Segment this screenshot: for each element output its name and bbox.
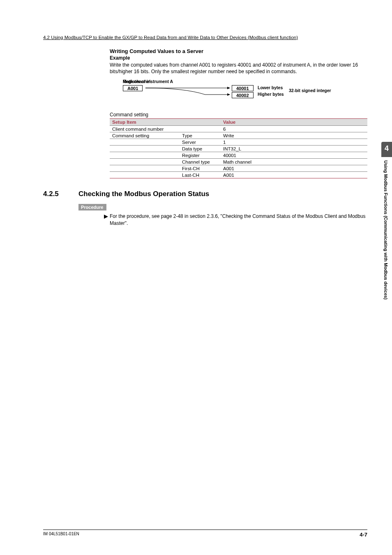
th-value: Value <box>221 119 367 126</box>
page-footer: IM 04L51B01-01EN 4-7 <box>43 530 367 538</box>
table-row: Register40001 <box>110 152 367 159</box>
section-number: 4.2.5 <box>43 190 78 198</box>
register-box-1: 40001 <box>232 85 254 91</box>
section-heading: 4.2.5 Checking the Modbus Operation Stat… <box>43 190 367 198</box>
table-caption: Command setting <box>110 112 367 118</box>
footer-page-number: 4-7 <box>360 532 367 538</box>
procedure-text: For the procedure, see page 2-48 in sect… <box>110 213 367 226</box>
table-row: Data typeINT32_L <box>110 146 367 152</box>
section-title: Checking the Modbus Operation Status <box>78 190 209 198</box>
register-box-2: 40002 <box>232 92 254 98</box>
triangle-icon <box>104 214 108 220</box>
subheading-2: Example <box>110 55 367 61</box>
th-setup-item: Setup Item <box>110 119 180 126</box>
higher-bytes-label: Higher bytes <box>258 92 284 97</box>
register-diagram: Math channel A001 Register of instrument… <box>123 79 367 104</box>
table-row: Client command number6 <box>110 126 367 132</box>
lower-bytes-label: Lower bytes <box>258 85 283 90</box>
th-blank <box>180 119 221 126</box>
table-row: First-CHA001 <box>110 165 367 172</box>
example-paragraph: Write the computed values from channel A… <box>110 62 367 75</box>
running-header: 4.2 Using Modbus/TCP to Enable the GX/GP… <box>43 35 367 41</box>
chapter-tab-number: 4 <box>381 142 392 157</box>
register-label: Register of instrument A <box>123 79 173 84</box>
table-row: Last-CHA001 <box>110 172 367 178</box>
command-setting-table: Setup Item Value Client command number6 … <box>110 118 367 178</box>
table-row: Server1 <box>110 139 367 146</box>
chapter-tab: 4 Using Modbus Functions (Communicating … <box>381 142 392 313</box>
integer-type-label: 32-bit signed integer <box>289 88 331 93</box>
subheading-1: Writing Computed Values to a Server <box>110 48 367 54</box>
footer-doc-id: IM 04L51B01-01EN <box>43 532 79 538</box>
table-row: Channel typeMath channel <box>110 159 367 165</box>
procedure-label: Procedure <box>78 204 106 210</box>
chapter-tab-text: Using Modbus Functions (Communicating wi… <box>381 157 390 313</box>
procedure-body: For the procedure, see page 2-48 in sect… <box>110 213 366 226</box>
table-row: Command settingTypeWrite <box>110 132 367 139</box>
